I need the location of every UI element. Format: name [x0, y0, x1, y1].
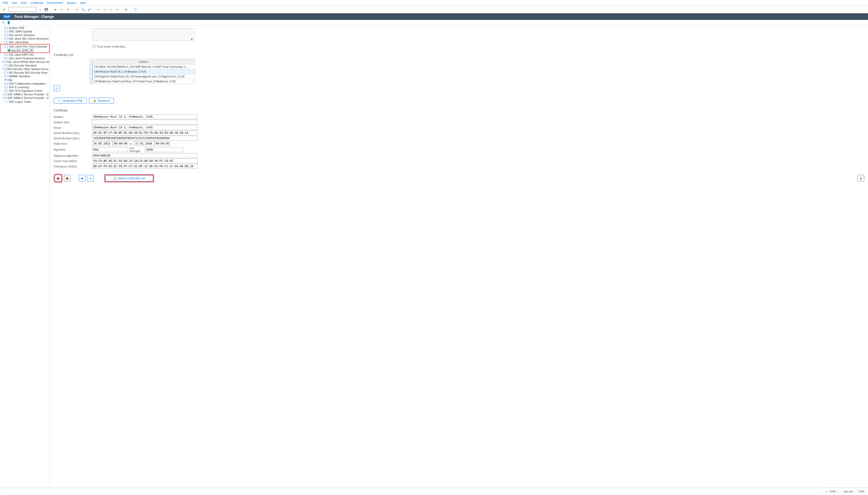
key-strength-field[interactable]: [145, 147, 183, 152]
subject-alt-field[interactable]: [92, 120, 198, 124]
toggle-display-icon[interactable]: ✎: [2, 21, 4, 24]
serial-hex-field[interactable]: [92, 131, 198, 135]
new-session-icon[interactable]: ⧉: [124, 7, 129, 12]
issuer-field[interactable]: [92, 125, 198, 130]
title-bar: SAP Trust Manager: Change: [0, 13, 868, 20]
last-page-icon[interactable]: ⇥: [115, 7, 119, 12]
command-field[interactable]: [8, 7, 36, 12]
first-page-icon[interactable]: ⇤: [96, 7, 101, 12]
refresh-icon[interactable]: 👤: [7, 21, 11, 24]
md5-field[interactable]: [92, 158, 198, 164]
cert-list-title: Certificate List: [54, 53, 864, 57]
tree-item[interactable]: ›SSL client WSSE Web Service Se: [0, 60, 50, 64]
tree-item[interactable]: ›SSL client Ariba: [0, 40, 50, 44]
next-page-icon[interactable]: ▷: [109, 7, 113, 12]
action-1-button[interactable]: ◉: [79, 175, 85, 182]
toolbar: ✓ « 💾 « ⋀ ✕ ⎙ 🔍 🔎 ⇤ ◁ ▷ ⇥ ⧉ ⓘ: [0, 6, 868, 13]
tree-item[interactable]: ⚙File: [0, 78, 50, 82]
issuer-label: Issuer: [54, 126, 92, 129]
tree-item[interactable]: ⌄SSL client SSL Client (Standar: [0, 44, 50, 48]
subject-field[interactable]: [92, 114, 198, 119]
subject-label: Subject: [54, 115, 92, 118]
valid-from-label: Valid From: [54, 142, 92, 145]
prev-page-icon[interactable]: ◁: [102, 7, 107, 12]
cert-list-header[interactable]: Subject: [93, 59, 195, 65]
back-icon[interactable]: «: [53, 7, 58, 12]
tree-item[interactable]: ›SSL client Financial Services: [0, 56, 50, 60]
cancel-icon[interactable]: ✕: [66, 7, 70, 12]
cert-list-table: Subject CN=MG4, OU=I0120003411, OU=SAP W…: [89, 59, 195, 84]
menu-pse[interactable]: PSE: [3, 1, 8, 4]
tree-item[interactable]: ›WS Security WS Security Keys: [0, 71, 50, 74]
print-icon[interactable]: ⎙: [75, 7, 79, 12]
cert-action-button[interactable]: 🔓: [857, 175, 864, 182]
serial-hex-label: Serial Number (Hex.): [54, 132, 92, 135]
status-message: [2, 489, 822, 494]
menu-environment[interactable]: Environment: [47, 1, 63, 4]
page-title: Trust Manager: Change: [14, 15, 54, 19]
detail-panel: ▾ Trust issuer certificates Certificate …: [50, 25, 868, 488]
algorithm-label: Algorithm: [54, 148, 92, 151]
tree-item[interactable]: ›SNC SAPCryptolib: [0, 30, 50, 33]
valid-to-date-field[interactable]: [134, 141, 154, 146]
action-2-button[interactable]: ⚖: [87, 175, 94, 182]
tree-item[interactable]: ›SSF GTS Signature Check: [0, 89, 50, 92]
sub-toolbar: ✎ 👤: [0, 20, 868, 25]
verification-pse-button[interactable]: 📄 Verification PSE: [54, 98, 86, 104]
export-cert-button[interactable]: 📤: [64, 175, 71, 182]
cert-section-title: Certificate: [54, 109, 864, 112]
algorithm-field[interactable]: [92, 147, 128, 152]
help-icon[interactable]: ⓘ: [133, 7, 138, 12]
detail-toggle-button[interactable]: ◎: [54, 85, 60, 91]
sig-alg-field[interactable]: [92, 153, 198, 158]
menu-help[interactable]: Help: [80, 1, 86, 4]
status-expand-icon[interactable]: »: [825, 490, 826, 493]
serial-dec-field[interactable]: [92, 136, 198, 141]
tree-item[interactable]: ›SSL server Standard: [0, 33, 50, 37]
tree-item[interactable]: ›WS Security Standard: [0, 64, 50, 67]
sha1-field[interactable]: [92, 164, 198, 169]
menu-system[interactable]: System: [67, 1, 76, 4]
serial-dec-label: Serial Number (Dec.): [54, 137, 92, 140]
tree-item[interactable]: ›SMIME Standard: [0, 74, 50, 78]
collapse-icon[interactable]: «: [38, 7, 43, 12]
subject-alt-label: Subject (Alt.): [54, 121, 92, 124]
tree-item[interactable]: ›SSF Collaboration Integration: [0, 82, 50, 85]
cert-list-row[interactable]: CN=Baltimore CyberTrust Root, OU=CyberTr…: [90, 79, 195, 84]
tree-item[interactable]: 📄SSF Logon Ticket: [0, 100, 50, 104]
trust-issuer-label: Trust issuer certificates: [97, 45, 126, 48]
exit-icon[interactable]: ⋀: [59, 7, 64, 12]
find-next-icon[interactable]: 🔎: [87, 7, 92, 12]
own-certificate-box: ▾: [92, 28, 195, 41]
tree-item[interactable]: sap-dev_EH8_00: [0, 48, 50, 53]
tree-item[interactable]: ›SSF E-Learning: [0, 85, 50, 89]
password-button[interactable]: 🔒 Password: [89, 98, 114, 104]
tree-panel: ›System PSE›SNC SAPCryptolib›SSL server …: [0, 25, 50, 488]
tree-item[interactable]: ›SSL client SSL Client (Anonymo: [0, 37, 50, 40]
tree-item[interactable]: ›SSL client ERP C4C: [0, 53, 50, 56]
tree-item[interactable]: ›SSF SAML2 Service Provider - E: [0, 92, 50, 96]
menu-goto[interactable]: Goto: [21, 1, 27, 4]
status-system[interactable]: EH8 ⌄: [828, 490, 840, 493]
cert-list-row[interactable]: CN=Amazon Root CA 1, O=Amazon, C=US: [90, 69, 195, 74]
trust-issuer-checkbox[interactable]: [92, 45, 96, 48]
add-to-cert-list-button[interactable]: 📋 Add to Certificate List: [105, 175, 153, 181]
to-label: to: [130, 142, 132, 145]
tree-item[interactable]: ›SSF SAML2 Service Provider - S: [0, 96, 50, 100]
menu-certificate[interactable]: Certificate: [31, 1, 44, 4]
accept-icon[interactable]: ✓: [2, 7, 7, 12]
valid-from-date-field[interactable]: [92, 141, 113, 146]
menu-edit[interactable]: Edit: [12, 1, 17, 4]
valid-from-time-field[interactable]: [113, 141, 129, 146]
scroll-handle-icon[interactable]: ▾: [191, 38, 194, 41]
tree-item[interactable]: ›WS Security Other System Encry: [0, 67, 50, 71]
valid-to-time-field[interactable]: [154, 141, 170, 146]
tree-item[interactable]: ›System PSE: [0, 26, 50, 30]
cert-list-row[interactable]: CN=MG4, OU=I0120003411, OU=SAP Web AS, O…: [90, 65, 195, 69]
cert-list-row[interactable]: CN=DigiCert Global Root CA, OU=www.digic…: [90, 74, 195, 79]
find-icon[interactable]: 🔍: [81, 7, 85, 12]
import-cert-button[interactable]: 📥: [55, 175, 61, 182]
key-strength-label: Key Strength: [128, 147, 145, 153]
save-icon[interactable]: 💾: [44, 7, 49, 12]
sig-alg-label: Signature Algorithm: [54, 154, 92, 157]
